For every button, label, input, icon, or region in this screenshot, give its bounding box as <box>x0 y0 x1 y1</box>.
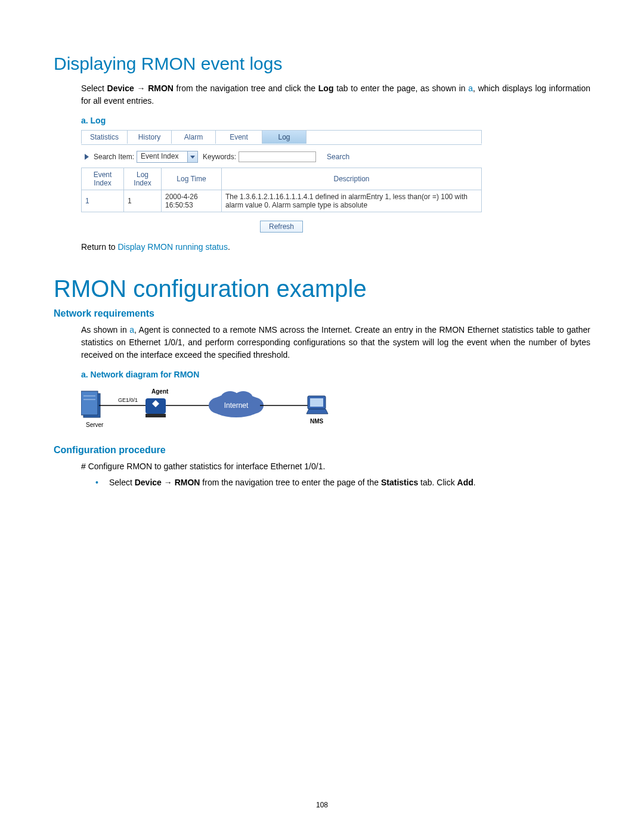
return-line: Return to Display RMON running status. <box>81 242 590 252</box>
table-row: 1 1 2000-4-26 16:50:53 The 1.3.6.1.2.1.1… <box>82 190 482 212</box>
text-bold: RMON <box>148 83 174 93</box>
server-icon <box>81 391 100 417</box>
tab-spacer <box>306 130 482 144</box>
text: → <box>134 83 148 93</box>
cell-log-index: 1 <box>124 190 162 212</box>
text-bold: Device <box>107 83 134 93</box>
refresh-row: Refresh <box>81 221 482 233</box>
label-internet: Internet <box>224 401 249 410</box>
text: . <box>473 478 476 487</box>
text: Select <box>109 478 135 487</box>
text: . <box>228 242 230 252</box>
paragraph-netreq: As shown in a, Agent is connected to a r… <box>81 324 590 361</box>
text-bold: Add <box>457 478 473 487</box>
internet-cloud-icon: Internet <box>209 391 264 417</box>
text: from the navigation tree and click the <box>174 83 318 93</box>
table-header-row: Event Index Log Index Log Time Descripti… <box>82 168 482 190</box>
caption-a-log: a. Log <box>81 116 590 125</box>
cell-event-index: 1 <box>82 190 124 212</box>
log-table: Event Index Log Index Log Time Descripti… <box>81 168 482 212</box>
step-line: # Configure RMON to gather statistics fo… <box>81 460 590 473</box>
tab-alarm[interactable]: Alarm <box>172 130 216 144</box>
keywords-input[interactable] <box>239 151 316 162</box>
tab-history[interactable]: History <box>128 130 172 144</box>
text: tab. Click <box>418 478 457 487</box>
svg-rect-16 <box>310 398 323 407</box>
col-event-index: Event Index <box>82 168 124 190</box>
text: → <box>162 478 175 487</box>
network-diagram: Server GE1/0/1 Agent Internet <box>81 385 590 435</box>
refresh-button[interactable]: Refresh <box>260 221 303 233</box>
tab-statistics[interactable]: Statistics <box>81 130 128 144</box>
col-description: Description <box>222 168 482 190</box>
bullet-line: • Select Device → RMON from the navigati… <box>95 476 590 489</box>
page-number: 108 <box>0 801 644 809</box>
text: tab to enter the page, as shown in <box>333 83 468 93</box>
tab-log[interactable]: Log <box>262 130 306 144</box>
search-item-dropdown[interactable]: Event Index <box>137 151 198 163</box>
text: Return to <box>81 242 117 252</box>
text: As shown in <box>81 325 129 335</box>
cell-description: The 1.3.6.1.2.1.16.1.1.1.4.1 defined in … <box>222 190 482 212</box>
nms-icon <box>306 396 328 414</box>
tabbar: Statistics History Alarm Event Log <box>81 130 482 145</box>
dropdown-value: Event Index <box>137 151 187 162</box>
svg-rect-7 <box>145 414 166 417</box>
bullet-icon: • <box>95 476 98 489</box>
col-log-index: Log Index <box>124 168 162 190</box>
cell-log-time: 2000-4-26 16:50:53 <box>162 190 222 212</box>
subheading-config-procedure: Configuration procedure <box>54 445 590 456</box>
dropdown-chevron-icon[interactable] <box>187 151 197 162</box>
label-ge: GE1/0/1 <box>118 397 138 403</box>
text: from the navigation tree to enter the pa… <box>200 478 381 487</box>
link-figure-a-diagram[interactable]: a <box>129 325 134 335</box>
switch-icon <box>145 398 166 417</box>
text-bold: RMON <box>175 478 200 487</box>
text-bold: Statistics <box>381 478 418 487</box>
link-display-rmon-status[interactable]: Display RMON running status <box>117 242 227 252</box>
text-bold: Device <box>135 478 162 487</box>
section-heading-displaying-rmon: Displaying RMON event logs <box>54 54 590 74</box>
expand-arrow-icon[interactable] <box>85 154 89 160</box>
col-log-time: Log Time <box>162 168 222 190</box>
paragraph-intro: Select Device → RMON from the navigation… <box>81 82 590 107</box>
keywords-label: Keywords: <box>203 153 236 161</box>
tab-event[interactable]: Event <box>216 130 262 144</box>
subheading-network-requirements: Network requirements <box>54 308 590 319</box>
caption-a-network-diagram: a. Network diagram for RMON <box>81 370 590 379</box>
text: , Agent is connected to a remote NMS acr… <box>81 325 590 360</box>
label-server: Server <box>86 422 104 428</box>
label-nms: NMS <box>310 418 324 425</box>
text-bold: Log <box>318 83 334 93</box>
link-figure-a[interactable]: a <box>468 83 473 93</box>
search-label: Search Item: <box>94 153 134 161</box>
label-agent: Agent <box>151 388 169 395</box>
text: Select <box>81 83 107 93</box>
svg-marker-17 <box>306 409 328 414</box>
search-link[interactable]: Search <box>327 153 349 161</box>
search-row: Search Item: Event Index Keywords: Searc… <box>81 145 482 166</box>
svg-rect-1 <box>81 391 98 415</box>
section-heading-config-example: RMON configuration example <box>54 275 590 302</box>
log-screenshot: Statistics History Alarm Event Log Searc… <box>81 130 482 233</box>
